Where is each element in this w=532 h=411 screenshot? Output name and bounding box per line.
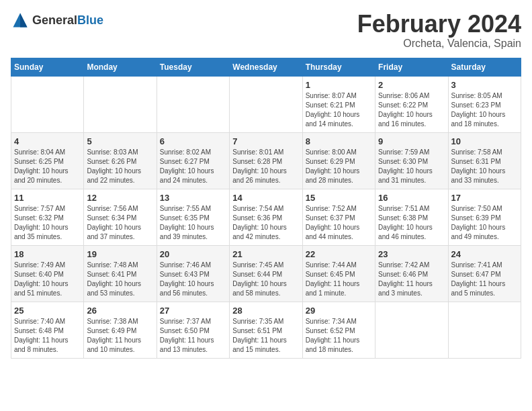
calendar-cell: 27Sunrise: 7:37 AM Sunset: 6:50 PM Dayli… — [157, 302, 229, 358]
day-number: 19 — [87, 249, 153, 259]
day-number: 21 — [232, 249, 299, 259]
day-info: Sunrise: 8:05 AM Sunset: 6:23 PM Dayligh… — [451, 91, 518, 129]
day-number: 28 — [232, 306, 299, 316]
calendar-cell: 7Sunrise: 8:01 AM Sunset: 6:28 PM Daylig… — [230, 132, 302, 189]
day-number: 16 — [378, 193, 445, 203]
day-number: 6 — [160, 136, 226, 146]
day-number: 24 — [451, 249, 518, 259]
calendar-week-row: 18Sunrise: 7:49 AM Sunset: 6:40 PM Dayli… — [11, 245, 521, 302]
calendar-cell: 1Sunrise: 8:07 AM Sunset: 6:21 PM Daylig… — [302, 76, 375, 132]
day-info: Sunrise: 7:38 AM Sunset: 6:49 PM Dayligh… — [87, 317, 153, 355]
day-number: 8 — [306, 136, 372, 146]
day-info: Sunrise: 7:58 AM Sunset: 6:31 PM Dayligh… — [451, 148, 518, 185]
day-info: Sunrise: 7:49 AM Sunset: 6:40 PM Dayligh… — [14, 261, 81, 298]
day-number: 12 — [87, 193, 153, 203]
calendar-cell: 17Sunrise: 7:50 AM Sunset: 6:39 PM Dayli… — [448, 189, 521, 245]
calendar-cell: 28Sunrise: 7:35 AM Sunset: 6:51 PM Dayli… — [230, 302, 302, 358]
day-info: Sunrise: 8:06 AM Sunset: 6:22 PM Dayligh… — [378, 91, 445, 129]
day-info: Sunrise: 7:42 AM Sunset: 6:46 PM Dayligh… — [378, 261, 445, 298]
day-info: Sunrise: 7:34 AM Sunset: 6:52 PM Dayligh… — [306, 317, 372, 355]
day-info: Sunrise: 8:03 AM Sunset: 6:26 PM Dayligh… — [87, 148, 153, 185]
day-number: 7 — [232, 136, 299, 146]
day-info: Sunrise: 7:57 AM Sunset: 6:32 PM Dayligh… — [14, 204, 81, 242]
column-header-sunday: Sunday — [11, 58, 84, 76]
calendar-cell: 19Sunrise: 7:48 AM Sunset: 6:41 PM Dayli… — [84, 245, 157, 302]
calendar-cell: 23Sunrise: 7:42 AM Sunset: 6:46 PM Dayli… — [375, 245, 448, 302]
day-number: 22 — [306, 249, 372, 259]
calendar-cell: 20Sunrise: 7:46 AM Sunset: 6:43 PM Dayli… — [157, 245, 229, 302]
page-header: GeneralBlue February 2024 Orcheta, Valen… — [11, 11, 521, 50]
calendar-week-row: 25Sunrise: 7:40 AM Sunset: 6:48 PM Dayli… — [11, 302, 521, 358]
day-number: 29 — [306, 306, 372, 316]
calendar-cell: 21Sunrise: 7:45 AM Sunset: 6:44 PM Dayli… — [230, 245, 302, 302]
column-header-saturday: Saturday — [448, 58, 521, 76]
logo-icon — [11, 11, 30, 30]
day-number: 18 — [14, 249, 81, 259]
calendar-cell: 29Sunrise: 7:34 AM Sunset: 6:52 PM Dayli… — [302, 302, 375, 358]
column-header-thursday: Thursday — [302, 58, 375, 76]
day-info: Sunrise: 7:52 AM Sunset: 6:37 PM Dayligh… — [306, 204, 372, 242]
day-info: Sunrise: 8:00 AM Sunset: 6:29 PM Dayligh… — [306, 148, 372, 185]
day-info: Sunrise: 8:01 AM Sunset: 6:28 PM Dayligh… — [232, 148, 299, 185]
day-number: 9 — [378, 136, 445, 146]
day-info: Sunrise: 7:59 AM Sunset: 6:30 PM Dayligh… — [378, 148, 445, 185]
day-number: 27 — [160, 306, 226, 316]
day-number: 15 — [306, 193, 372, 203]
calendar-week-row: 1Sunrise: 8:07 AM Sunset: 6:21 PM Daylig… — [11, 76, 521, 132]
day-number: 10 — [451, 136, 518, 146]
calendar-cell — [375, 302, 448, 358]
calendar-cell: 11Sunrise: 7:57 AM Sunset: 6:32 PM Dayli… — [11, 189, 84, 245]
calendar-header-row: SundayMondayTuesdayWednesdayThursdayFrid… — [11, 58, 521, 76]
column-header-monday: Monday — [84, 58, 157, 76]
calendar-cell: 15Sunrise: 7:52 AM Sunset: 6:37 PM Dayli… — [302, 189, 375, 245]
day-number: 23 — [378, 249, 445, 259]
column-header-tuesday: Tuesday — [157, 58, 229, 76]
calendar-cell: 6Sunrise: 8:02 AM Sunset: 6:27 PM Daylig… — [157, 132, 229, 189]
logo-blue-text: Blue — [77, 13, 103, 27]
day-info: Sunrise: 7:46 AM Sunset: 6:43 PM Dayligh… — [160, 261, 226, 298]
calendar-cell: 9Sunrise: 7:59 AM Sunset: 6:30 PM Daylig… — [375, 132, 448, 189]
calendar-table: SundayMondayTuesdayWednesdayThursdayFrid… — [11, 58, 521, 359]
day-info: Sunrise: 7:55 AM Sunset: 6:35 PM Dayligh… — [160, 204, 226, 242]
title-block: February 2024 Orcheta, Valencia, Spain — [357, 11, 521, 50]
day-info: Sunrise: 7:37 AM Sunset: 6:50 PM Dayligh… — [160, 317, 226, 355]
calendar-cell: 3Sunrise: 8:05 AM Sunset: 6:23 PM Daylig… — [448, 76, 521, 132]
calendar-cell: 24Sunrise: 7:41 AM Sunset: 6:47 PM Dayli… — [448, 245, 521, 302]
day-info: Sunrise: 8:04 AM Sunset: 6:25 PM Dayligh… — [14, 148, 81, 185]
calendar-cell: 18Sunrise: 7:49 AM Sunset: 6:40 PM Dayli… — [11, 245, 84, 302]
day-number: 14 — [232, 193, 299, 203]
calendar-cell: 25Sunrise: 7:40 AM Sunset: 6:48 PM Dayli… — [11, 302, 84, 358]
calendar-cell: 26Sunrise: 7:38 AM Sunset: 6:49 PM Dayli… — [84, 302, 157, 358]
column-header-wednesday: Wednesday — [230, 58, 302, 76]
calendar-cell: 16Sunrise: 7:51 AM Sunset: 6:38 PM Dayli… — [375, 189, 448, 245]
day-number: 26 — [87, 306, 153, 316]
day-number: 1 — [306, 80, 372, 90]
day-number: 4 — [14, 136, 81, 146]
calendar-week-row: 11Sunrise: 7:57 AM Sunset: 6:32 PM Dayli… — [11, 189, 521, 245]
calendar-cell: 2Sunrise: 8:06 AM Sunset: 6:22 PM Daylig… — [375, 76, 448, 132]
calendar-cell: 12Sunrise: 7:56 AM Sunset: 6:34 PM Dayli… — [84, 189, 157, 245]
calendar-cell — [84, 76, 157, 132]
day-info: Sunrise: 7:56 AM Sunset: 6:34 PM Dayligh… — [87, 204, 153, 242]
calendar-cell: 22Sunrise: 7:44 AM Sunset: 6:45 PM Dayli… — [302, 245, 375, 302]
column-header-friday: Friday — [375, 58, 448, 76]
day-number: 3 — [451, 80, 518, 90]
day-info: Sunrise: 7:44 AM Sunset: 6:45 PM Dayligh… — [306, 261, 372, 298]
day-info: Sunrise: 7:40 AM Sunset: 6:48 PM Dayligh… — [14, 317, 81, 355]
day-info: Sunrise: 7:45 AM Sunset: 6:44 PM Dayligh… — [232, 261, 299, 298]
calendar-cell — [11, 76, 84, 132]
day-number: 2 — [378, 80, 445, 90]
day-number: 25 — [14, 306, 81, 316]
calendar-cell: 8Sunrise: 8:00 AM Sunset: 6:29 PM Daylig… — [302, 132, 375, 189]
day-info: Sunrise: 7:48 AM Sunset: 6:41 PM Dayligh… — [87, 261, 153, 298]
day-info: Sunrise: 7:41 AM Sunset: 6:47 PM Dayligh… — [451, 261, 518, 298]
day-number: 13 — [160, 193, 226, 203]
day-info: Sunrise: 7:50 AM Sunset: 6:39 PM Dayligh… — [451, 204, 518, 242]
calendar-week-row: 4Sunrise: 8:04 AM Sunset: 6:25 PM Daylig… — [11, 132, 521, 189]
day-info: Sunrise: 7:54 AM Sunset: 6:36 PM Dayligh… — [232, 204, 299, 242]
day-number: 17 — [451, 193, 518, 203]
calendar-cell: 10Sunrise: 7:58 AM Sunset: 6:31 PM Dayli… — [448, 132, 521, 189]
svg-marker-1 — [20, 13, 28, 28]
calendar-cell: 13Sunrise: 7:55 AM Sunset: 6:35 PM Dayli… — [157, 189, 229, 245]
calendar-cell — [448, 302, 521, 358]
